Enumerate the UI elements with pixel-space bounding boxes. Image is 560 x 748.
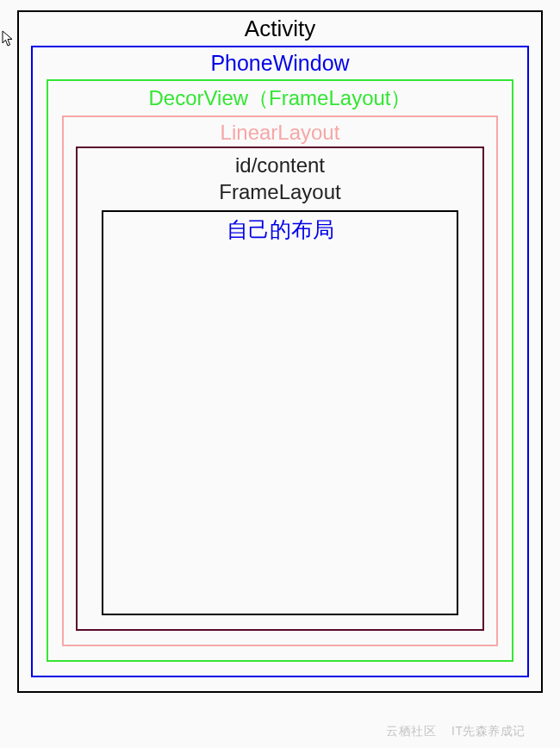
ownlayout-label: 自己的布局 bbox=[103, 215, 457, 244]
content-label: id/content FrameLayout bbox=[219, 152, 340, 205]
decorview-label: DecorView（FrameLayout） bbox=[148, 84, 411, 112]
content-label-line2: FrameLayout bbox=[219, 180, 340, 203]
phonewindow-label: PhoneWindow bbox=[210, 51, 349, 76]
watermark-left: 云栖社区 bbox=[386, 724, 436, 738]
activity-box: Activity PhoneWindow DecorView（FrameLayo… bbox=[17, 10, 543, 693]
ownlayout-box: 自己的布局 bbox=[102, 210, 458, 615]
decorview-box: DecorView（FrameLayout） LinearLayout id/c… bbox=[47, 79, 513, 662]
watermark-right: IT先森养成记 bbox=[451, 724, 526, 738]
phonewindow-box: PhoneWindow DecorView（FrameLayout） Linea… bbox=[31, 46, 529, 677]
watermark-text: 云栖社区 IT先森养成记 bbox=[386, 724, 526, 739]
cursor-icon bbox=[2, 30, 14, 47]
linearlayout-label: LinearLayout bbox=[221, 121, 340, 145]
content-label-line1: id/content bbox=[235, 153, 325, 177]
content-box: id/content FrameLayout 自己的布局 bbox=[76, 146, 484, 631]
linearlayout-box: LinearLayout id/content FrameLayout 自己的布… bbox=[62, 115, 498, 646]
activity-label: Activity bbox=[245, 16, 315, 42]
